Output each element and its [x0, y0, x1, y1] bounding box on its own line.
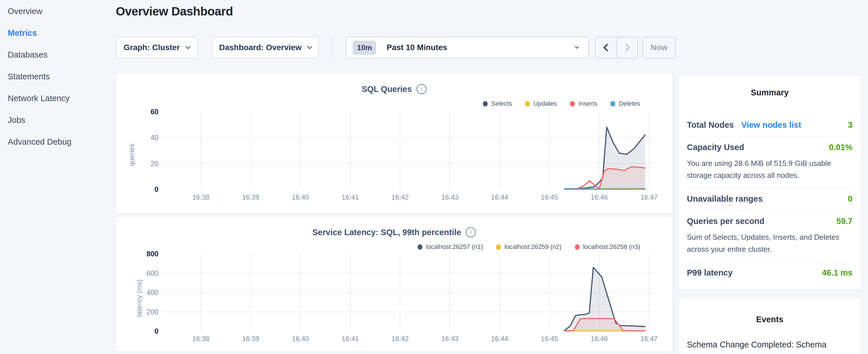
legend-dot-icon	[575, 244, 580, 250]
svg-text:16:44: 16:44	[491, 335, 508, 343]
chevron-right-icon	[622, 43, 630, 52]
time-range-picker[interactable]: 10m Past 10 Minutes	[346, 37, 589, 58]
svg-text:16:44: 16:44	[491, 193, 508, 201]
svg-text:16:45: 16:45	[541, 335, 558, 343]
svg-text:200: 200	[147, 308, 158, 316]
chart-legend: localhost:26257 (n1)localhost:26259 (n2)…	[417, 243, 640, 251]
view-nodes-list-link[interactable]: View nodes list	[741, 120, 801, 130]
legend-item: localhost:26259 (n2)	[496, 243, 561, 251]
summary-row-value: 59.7	[836, 217, 852, 226]
summary-row-label: Unavailable ranges	[687, 194, 763, 204]
svg-text:16:41: 16:41	[342, 335, 359, 343]
legend-label: Inserts	[578, 100, 597, 107]
legend-label: localhost:26257 (n1)	[426, 243, 483, 251]
dashboard-dropdown[interactable]: Dashboard: Overview	[212, 37, 319, 58]
sidebar: Overview Metrics Databases Statements Ne…	[8, 6, 111, 159]
svg-text:16:41: 16:41	[342, 193, 359, 201]
svg-text:16:39: 16:39	[242, 335, 259, 343]
legend-dot-icon	[525, 101, 530, 106]
y-axis-label: latency (ms)	[135, 280, 143, 317]
legend-item: Selects	[483, 100, 512, 107]
summary-panel: Summary Total Nodes View nodes list 3 Ca…	[678, 75, 861, 290]
sidebar-item-statements[interactable]: Statements	[8, 72, 111, 82]
sidebar-item-metrics[interactable]: Metrics	[8, 28, 111, 38]
chart-title: Service Latency: SQL, 99th percentile	[312, 228, 461, 237]
event-text: Schema Change Completed: Schema change w…	[687, 338, 849, 354]
svg-text:16:38: 16:38	[192, 193, 210, 201]
summary-row-subtext: You are using 28.6 MiB of 515.9 GiB usab…	[687, 157, 852, 181]
svg-text:0: 0	[154, 185, 158, 193]
svg-text:16:39: 16:39	[242, 193, 259, 201]
sidebar-item-advanced-debug[interactable]: Advanced Debug	[8, 137, 111, 147]
svg-text:0: 0	[154, 327, 158, 335]
svg-text:16:42: 16:42	[392, 335, 409, 343]
svg-text:20: 20	[150, 160, 158, 167]
svg-text:16:45: 16:45	[541, 193, 558, 201]
chart-title-row: SQL Queries i	[116, 84, 672, 94]
time-step-back-button[interactable]	[595, 37, 616, 58]
sidebar-item-overview[interactable]: Overview	[8, 6, 111, 16]
svg-text:16:47: 16:47	[641, 335, 658, 343]
chevron-down-icon	[307, 44, 312, 49]
events-panel: Events Schema Change Completed: Schema c…	[678, 298, 861, 354]
legend-label: localhost:26258 (n3)	[583, 243, 640, 251]
summary-row-p99-latency: P99 latency 46.1 ms	[687, 262, 852, 284]
legend-label: Deletes	[619, 100, 640, 107]
summary-row-queries-per-second: Queries per second 59.7 Sum of Selects, …	[687, 210, 852, 261]
summary-row-value: 3	[848, 120, 852, 130]
service-latency-chart-card: 16:3816:3916:4016:4116:4216:4316:4416:45…	[116, 217, 673, 352]
sidebar-item-network-latency[interactable]: Network Latency	[8, 93, 111, 103]
svg-text:16:46: 16:46	[591, 335, 608, 343]
summary-row-subtext: Sum of Selects, Updates, Inserts, and De…	[687, 231, 852, 255]
svg-text:16:43: 16:43	[441, 193, 459, 201]
chart-title-row: Service Latency: SQL, 99th percentile i	[116, 227, 672, 237]
info-icon[interactable]: i	[466, 227, 476, 237]
page: Overview Metrics Databases Statements Ne…	[0, 0, 868, 354]
sql-queries-chart-card: 16:3816:3916:4016:4116:4216:4316:4416:45…	[116, 73, 673, 214]
legend-item: Updates	[525, 100, 557, 107]
toolbar-divider	[332, 38, 333, 57]
legend-item: localhost:26258 (n3)	[575, 243, 640, 251]
summary-row-value: 46.1 ms	[822, 268, 852, 278]
legend-dot-icon	[610, 101, 615, 106]
sidebar-item-databases[interactable]: Databases	[8, 50, 111, 60]
y-axis-label: queries	[128, 144, 136, 166]
svg-text:600: 600	[147, 269, 158, 277]
time-range-label: Past 10 Minutes	[386, 43, 447, 52]
legend-item: localhost:26257 (n1)	[417, 243, 483, 251]
summary-row-unavailable-ranges: Unavailable ranges 0	[687, 188, 852, 210]
now-button[interactable]: Now	[643, 37, 676, 58]
svg-text:16:38: 16:38	[192, 335, 210, 343]
info-icon[interactable]: i	[416, 84, 427, 94]
legend-label: localhost:26259 (n2)	[504, 243, 561, 251]
summary-row-label: P99 latency	[687, 268, 733, 278]
svg-text:16:42: 16:42	[392, 193, 409, 201]
legend-dot-icon	[496, 244, 501, 250]
time-range-badge: 10m	[353, 41, 376, 55]
svg-text:16:40: 16:40	[292, 193, 309, 201]
svg-text:16:47: 16:47	[641, 193, 658, 201]
graph-scope-dropdown[interactable]: Graph: Cluster	[116, 37, 198, 58]
chevron-left-icon	[603, 43, 611, 52]
summary-heading: Summary	[687, 88, 852, 97]
chevron-down-icon	[575, 44, 580, 49]
graph-scope-dropdown-label: Graph: Cluster	[124, 43, 180, 52]
legend-dot-icon	[570, 101, 575, 106]
svg-text:400: 400	[147, 288, 158, 296]
summary-row-value: 0.01%	[829, 142, 852, 152]
svg-text:800: 800	[147, 250, 158, 258]
time-step-forward-button[interactable]	[616, 37, 637, 58]
summary-row-value: 0	[848, 194, 852, 204]
svg-text:16:46: 16:46	[591, 193, 608, 201]
summary-row-total-nodes: Total Nodes View nodes list 3	[687, 114, 852, 136]
sidebar-item-jobs[interactable]: Jobs	[8, 115, 111, 125]
svg-text:16:40: 16:40	[292, 335, 309, 343]
chevron-down-icon	[185, 44, 191, 49]
legend-dot-icon	[483, 101, 488, 106]
summary-row-label: Queries per second	[687, 217, 765, 226]
svg-text:60: 60	[150, 108, 158, 116]
dashboard-dropdown-label: Dashboard: Overview	[219, 43, 302, 52]
sql-queries-plot[interactable]: 16:3816:3916:4016:4116:4216:4316:4416:45…	[116, 74, 673, 215]
chart-legend: SelectsUpdatesInsertsDeletes	[483, 100, 640, 107]
legend-item: Deletes	[610, 100, 640, 107]
